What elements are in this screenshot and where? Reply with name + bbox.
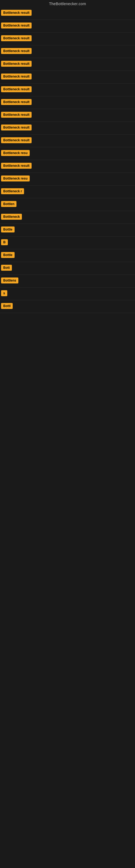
bottleneck-result-badge[interactable]: Bottleneck result	[1, 48, 32, 54]
result-row: Bottl	[0, 300, 135, 313]
result-row: Bottleneck result	[0, 45, 135, 58]
result-row: Bottleneck result	[0, 160, 135, 173]
bottleneck-result-badge[interactable]: s	[1, 290, 7, 296]
bottleneck-result-badge[interactable]: Bottleneck result	[1, 163, 32, 169]
result-row: Bott	[0, 262, 135, 275]
bottleneck-result-badge[interactable]: Bottleneck result	[1, 23, 32, 29]
bottleneck-result-badge[interactable]: Bottleneck result	[1, 10, 32, 16]
result-row: Bottleneck result	[0, 20, 135, 33]
bottleneck-result-badge[interactable]: Bottleneck resu	[1, 176, 30, 182]
bottleneck-result-badge[interactable]: Bottleneck result	[1, 124, 32, 130]
bottleneck-result-badge[interactable]: Bottl	[1, 303, 13, 309]
bottleneck-result-badge[interactable]: Bottleneck	[1, 214, 22, 220]
bottleneck-result-badge[interactable]: B	[1, 239, 8, 245]
result-row: Bottleneck resu	[0, 173, 135, 186]
result-row: Bottleneck result	[0, 122, 135, 134]
result-row: Bottleneck result	[0, 84, 135, 96]
bottleneck-result-badge[interactable]: Bottleneck result	[1, 112, 32, 118]
result-row: Bottleneck result	[0, 134, 135, 147]
bottleneck-result-badge[interactable]: Bottlens	[1, 278, 18, 283]
bottleneck-result-badge[interactable]: Bottleneck result	[1, 35, 32, 41]
result-row: Bottleneck result	[0, 58, 135, 71]
result-row: Bottleneck r	[0, 186, 135, 198]
bottleneck-result-badge[interactable]: Bottleneck result	[1, 86, 32, 92]
result-row: Bottleneck	[0, 211, 135, 224]
bottleneck-result-badge[interactable]: Bottleneck r	[1, 188, 24, 194]
result-row: Bottleneck result	[0, 33, 135, 45]
result-row: Bottleneck result	[0, 109, 135, 122]
result-row: Bottlen	[0, 198, 135, 211]
site-title: TheBottlenecker.com	[0, 0, 135, 7]
bottleneck-result-badge[interactable]: Bott	[1, 265, 12, 271]
result-row: Bottle	[0, 224, 135, 237]
result-row: Bottleneck result	[0, 71, 135, 84]
result-row: s	[0, 287, 135, 300]
result-row: Bottlens	[0, 275, 135, 287]
results-list: Bottleneck resultBottleneck resultBottle…	[0, 7, 135, 313]
bottleneck-result-badge[interactable]: Bottleneck resu	[1, 150, 30, 156]
page-wrapper: TheBottlenecker.com Bottleneck resultBot…	[0, 0, 135, 313]
bottleneck-result-badge[interactable]: Bottleneck result	[1, 99, 32, 105]
result-row: Bottleneck resu	[0, 147, 135, 160]
bottleneck-result-badge[interactable]: Bottle	[1, 252, 14, 258]
bottleneck-result-badge[interactable]: Bottleneck result	[1, 137, 32, 143]
result-row: Bottleneck result	[0, 7, 135, 20]
result-row: Bottleneck result	[0, 96, 135, 109]
bottleneck-result-badge[interactable]: Bottlen	[1, 201, 16, 207]
bottleneck-result-badge[interactable]: Bottleneck result	[1, 61, 32, 67]
bottleneck-result-badge[interactable]: Bottleneck result	[1, 73, 32, 80]
result-row: Bottle	[0, 249, 135, 262]
bottleneck-result-badge[interactable]: Bottle	[1, 226, 14, 232]
result-row: B	[0, 237, 135, 249]
